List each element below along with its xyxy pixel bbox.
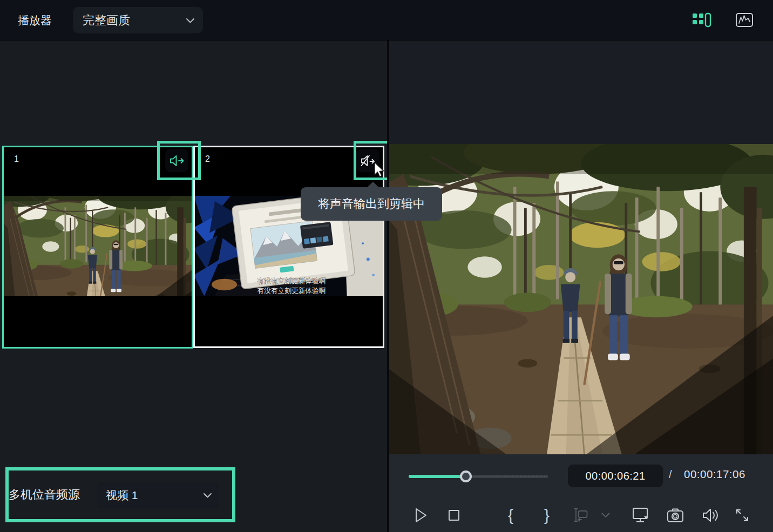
- multicam-view-button[interactable]: [689, 8, 714, 32]
- stop-button[interactable]: [444, 505, 464, 526]
- chevron-down-icon: [186, 18, 194, 23]
- volume-button[interactable]: [700, 505, 721, 526]
- snapshot-button[interactable]: [665, 505, 686, 526]
- current-timecode-field[interactable]: 00:00:06:21: [568, 465, 663, 487]
- display-output-button[interactable]: [630, 505, 651, 526]
- angle-1-thumbnail[interactable]: 1: [2, 146, 193, 349]
- fullscreen-expand-icon: [734, 507, 751, 524]
- seek-slider[interactable]: [409, 470, 548, 482]
- audio-source-value: 视频 1: [106, 482, 138, 508]
- quality-dropdown[interactable]: 完整画质: [73, 7, 203, 33]
- angle-2-audio-mute-button[interactable]: [356, 149, 379, 172]
- fullscreen-button[interactable]: [732, 505, 752, 526]
- total-timecode: 00:00:17:06: [684, 468, 745, 481]
- angle-2-thumbnail[interactable]: 2: [193, 146, 384, 348]
- mark-out-icon: }: [544, 505, 550, 526]
- chevron-down-icon: [204, 493, 212, 498]
- page-title: 播放器: [18, 0, 52, 40]
- audio-source-dropdown[interactable]: 视频 1: [97, 482, 219, 508]
- tooltip-text: 将声音输出到剪辑中: [318, 196, 425, 212]
- multicam-layout-icon: [691, 11, 711, 29]
- angle-1-label: 1: [14, 154, 19, 164]
- mark-in-button[interactable]: {: [500, 505, 521, 526]
- angle-1-audio-output-button[interactable]: [165, 149, 188, 172]
- timecode-separator: /: [669, 468, 672, 481]
- speaker-muted-icon: [361, 155, 376, 167]
- mark-in-icon: {: [508, 505, 513, 526]
- camera-icon: [666, 507, 684, 523]
- playback-control-panel: 00:00:06:21 / 00:00:17:06 { }: [389, 454, 773, 532]
- video-scope-icon: [735, 12, 754, 28]
- chevron-down-icon: [601, 513, 610, 518]
- add-marker-button[interactable]: [571, 505, 591, 526]
- marker-icon: [572, 507, 590, 524]
- angle-2-label: 2: [205, 154, 210, 164]
- speaker-volume-icon: [701, 507, 720, 523]
- speaker-output-icon: [169, 155, 185, 167]
- external-display-icon: [631, 506, 650, 524]
- play-button[interactable]: [410, 505, 431, 526]
- audio-source-label: 多机位音频源: [9, 481, 80, 508]
- angle-1-video-frame: [4, 196, 192, 296]
- progress-handle[interactable]: [460, 470, 472, 482]
- multicam-angles-panel: 1 2: [0, 40, 387, 532]
- mark-out-button[interactable]: }: [537, 505, 557, 526]
- marker-options-button[interactable]: [595, 505, 616, 526]
- player-topbar: 播放器 完整画质: [0, 0, 773, 40]
- progress-fill: [409, 475, 466, 478]
- program-viewer-panel: 00:00:06:21 / 00:00:17:06 { }: [389, 40, 773, 532]
- quality-dropdown-value: 完整画质: [83, 7, 130, 33]
- tooltip: 将声音输出到剪辑中: [301, 187, 442, 221]
- video-scope-button[interactable]: [732, 8, 757, 32]
- multicam-player-window: 播放器 完整画质: [0, 0, 773, 532]
- program-video-preview: [389, 144, 773, 454]
